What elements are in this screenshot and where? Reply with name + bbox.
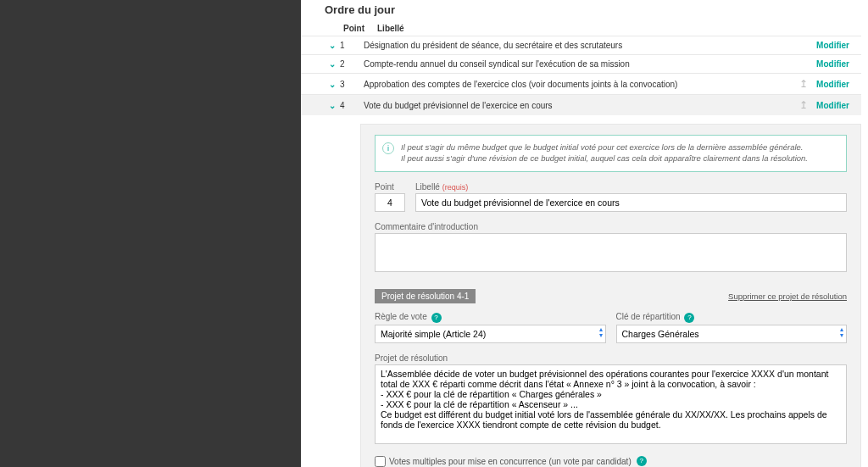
cle-repartition-label: Clé de répartition ? — [616, 312, 848, 323]
info-text-1: Il peut s'agir du même budget que le bud… — [401, 142, 803, 152]
header-libelle: Libellé — [377, 24, 404, 33]
move-up-icon[interactable]: ↥ — [799, 99, 808, 111]
chevron-down-icon[interactable]: ⌄ — [325, 101, 340, 110]
modifier-link[interactable]: Modifier — [816, 59, 849, 69]
point-input[interactable] — [375, 193, 405, 212]
votes-multiples-checkbox[interactable] — [375, 456, 386, 467]
info-box: i Il peut s'agir du même budget que le b… — [375, 135, 847, 172]
agenda-row: ⌄1Désignation du président de séance, du… — [301, 36, 861, 54]
agenda-header: Point Libellé — [301, 21, 861, 36]
votes-multiples-label: Votes multiples pour mise en concurrence… — [389, 457, 632, 466]
editor-panel: i Il peut s'agir du même budget que le b… — [360, 124, 861, 467]
intro-textarea[interactable] — [375, 233, 847, 272]
point-label: Désignation du président de séance, du s… — [359, 41, 816, 50]
agenda-row: ⌄2Compte-rendu annuel du conseil syndica… — [301, 54, 861, 73]
chevron-down-icon[interactable]: ⌄ — [325, 41, 340, 50]
page-title: Ordre du jour — [301, 0, 861, 21]
info-text-2: Il peut aussi s'agir d'une révision de c… — [401, 153, 808, 163]
regle-vote-label: Règle de vote ? — [375, 312, 606, 323]
help-icon[interactable]: ? — [637, 456, 647, 466]
help-icon[interactable]: ? — [684, 313, 694, 323]
point-label: Point — [375, 182, 405, 192]
point-label: Compte-rendu annuel du conseil syndical … — [359, 59, 816, 69]
cle-repartition-select[interactable] — [616, 325, 848, 343]
header-point: Point — [343, 24, 377, 33]
agenda-row: ⌄3Approbation des comptes de l'exercice … — [301, 73, 861, 94]
point-number: 1 — [340, 41, 359, 50]
agenda-row: ⌄4Vote du budget prévisionnel de l'exerc… — [301, 94, 861, 115]
modifier-link[interactable]: Modifier — [816, 80, 849, 89]
libelle-input[interactable] — [415, 193, 847, 212]
main-content: Ordre du jour Point Libellé ⌄1Désignatio… — [301, 0, 868, 467]
point-label: Approbation des comptes de l'exercice cl… — [359, 80, 799, 89]
regle-vote-select[interactable] — [375, 325, 606, 343]
sidebar — [0, 0, 301, 467]
point-number: 2 — [340, 59, 359, 69]
delete-resolution-link[interactable]: Supprimer ce projet de résolution — [728, 292, 847, 301]
chevron-down-icon[interactable]: ⌄ — [325, 59, 340, 69]
projet-label: Projet de résolution — [375, 353, 847, 363]
chevron-down-icon[interactable]: ⌄ — [325, 80, 340, 89]
point-number: 4 — [340, 101, 359, 110]
info-icon: i — [382, 142, 394, 154]
modifier-link[interactable]: Modifier — [816, 101, 849, 110]
point-number: 3 — [340, 80, 359, 89]
help-icon[interactable]: ? — [431, 313, 442, 323]
resolution-badge: Projet de résolution 4-1 — [375, 289, 476, 303]
modifier-link[interactable]: Modifier — [816, 41, 849, 50]
move-up-icon[interactable]: ↥ — [799, 78, 808, 90]
projet-textarea[interactable] — [375, 364, 847, 444]
intro-label: Commentaire d'introduction — [375, 222, 847, 231]
point-label: Vote du budget prévisionnel de l'exercic… — [359, 101, 799, 110]
libelle-label: Libellé (requis) — [415, 182, 847, 192]
